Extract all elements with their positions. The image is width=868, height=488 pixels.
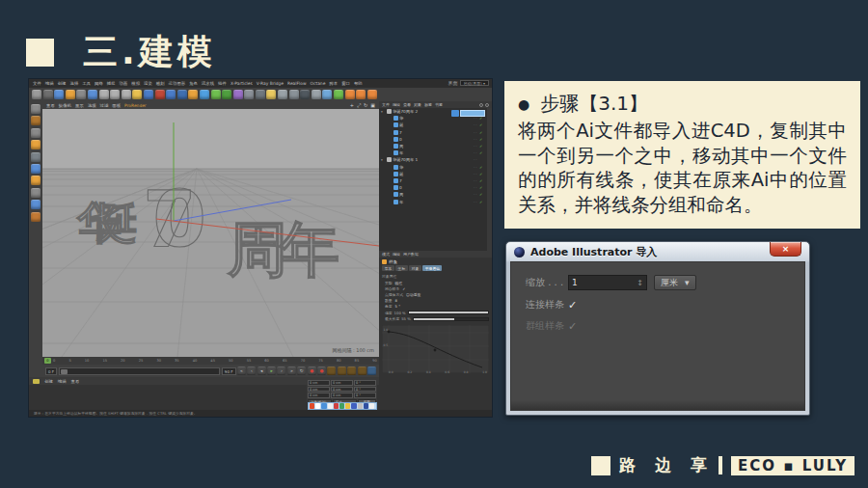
ime-icon[interactable]	[328, 403, 333, 408]
spline-object-icon[interactable]	[393, 192, 398, 197]
ime-icon[interactable]	[358, 403, 363, 408]
enable-axis-icon[interactable]	[31, 188, 41, 198]
menu-item[interactable]: V-Ray Bridge	[257, 81, 284, 86]
menu-item[interactable]: Octane	[311, 81, 326, 86]
ime-icon[interactable]	[364, 403, 368, 408]
coordinate-field[interactable]: 0 cm	[331, 393, 353, 398]
cube-primitive-icon[interactable]	[188, 90, 198, 99]
keyframe-parameter-button[interactable]	[358, 366, 366, 375]
attribute-menu-item[interactable]: 编辑	[393, 252, 400, 257]
sky-object-icon[interactable]	[278, 90, 287, 99]
last-tool-icon[interactable]	[88, 90, 97, 99]
close-button[interactable]: ×	[770, 242, 801, 257]
undo-icon[interactable]	[32, 90, 41, 99]
edges-mode-icon[interactable]	[31, 164, 41, 174]
frame-end-field[interactable]: 90 F	[222, 367, 236, 375]
object-name[interactable]: 年	[399, 150, 472, 155]
menu-item[interactable]: RealFlow	[287, 81, 307, 86]
workplane-icon[interactable]	[31, 140, 41, 149]
spline-pen-icon[interactable]	[200, 90, 209, 99]
camera-object-icon[interactable]	[256, 90, 265, 99]
wireframe-text-left[interactable]: 华诞	[76, 197, 137, 249]
visibility-toggle-icon[interactable]: ··	[474, 185, 478, 190]
enable-check-icon[interactable]: ✓	[479, 178, 487, 183]
loop-button[interactable]: ↻	[297, 366, 306, 375]
unit-dropdown[interactable]: 厘米 ▾	[654, 275, 696, 290]
visibility-toggle-icon[interactable]: ··	[474, 157, 478, 162]
menu-item[interactable]: 雕刻	[156, 81, 165, 86]
object-name[interactable]: 0	[399, 137, 472, 142]
layout-dropdown[interactable]: 启动(界面) ▾	[460, 80, 489, 86]
keyframe-rotation-button[interactable]	[347, 366, 356, 375]
ime-icon[interactable]	[369, 403, 374, 408]
falloff-curve-graph[interactable]: 1.0 0.5 0.00.20.40.60.81.0	[382, 325, 489, 374]
coordinate-field[interactable]: 0 °	[354, 387, 376, 393]
menu-item[interactable]: 选择	[69, 81, 78, 86]
attribute-tab[interactable]: 平滑着色	[422, 265, 442, 271]
record-button[interactable]: ●	[308, 366, 316, 375]
solo-button[interactable]	[367, 366, 376, 375]
enable-check-icon[interactable]: ✓	[479, 137, 487, 142]
spline-object-icon[interactable]	[393, 200, 398, 204]
render-region-icon[interactable]	[155, 90, 165, 99]
object-name[interactable]: 周	[399, 144, 472, 149]
ime-icon[interactable]	[334, 403, 339, 408]
object-row[interactable]: 0 ·· ✓	[379, 184, 487, 191]
perspective-viewport[interactable]: 华诞 70 周年 网格间隔 : 100 cm	[42, 109, 379, 357]
scale-input[interactable]: 1 ↕	[568, 275, 647, 290]
viewport-menu-item[interactable]: 查看	[46, 103, 55, 108]
coordinate-system-icon[interactable]	[132, 90, 142, 99]
object-name[interactable]: 华	[399, 116, 472, 121]
visibility-toggle-icon[interactable]: ··	[474, 116, 478, 121]
menu-item[interactable]: 脚本	[329, 81, 338, 86]
menu-item[interactable]: 角色	[189, 81, 198, 86]
attribute-tab[interactable]: 坐标	[395, 265, 408, 271]
visibility-toggle-icon[interactable]: ··	[474, 172, 478, 176]
menu-item[interactable]: 帮助	[354, 81, 363, 86]
object-name[interactable]: 华	[399, 165, 472, 170]
object-name[interactable]: 0	[399, 185, 472, 190]
object-row[interactable]: 诞 ·· ✓	[379, 171, 487, 177]
model-mode-icon[interactable]	[31, 116, 41, 125]
menu-item[interactable]: 捕捉	[107, 81, 116, 86]
viewport-solo-icon[interactable]	[31, 200, 41, 209]
menu-item[interactable]: 渲染	[144, 81, 152, 86]
object-name[interactable]: 华诞70周年 1	[393, 157, 472, 162]
material-menu-item[interactable]: 创建	[44, 379, 53, 384]
attribute-tab[interactable]: 基本	[382, 265, 394, 271]
menu-item[interactable]: X-Particles	[231, 81, 253, 86]
object-name[interactable]: 7	[399, 178, 472, 183]
spline-object-icon[interactable]	[393, 137, 398, 142]
polygons-mode-icon[interactable]	[31, 176, 41, 185]
mograph-icon[interactable]	[334, 90, 343, 99]
menu-item[interactable]: 工具	[82, 81, 91, 86]
viewport-renderer-label[interactable]: ProRender	[124, 103, 147, 108]
play-button[interactable]: ▸	[267, 366, 276, 375]
enable-check-icon[interactable]: ✓	[479, 185, 487, 190]
object-name[interactable]: 年	[399, 200, 472, 204]
pan-view-icon[interactable]: +	[350, 102, 354, 109]
ime-icon[interactable]	[315, 403, 320, 408]
object-row[interactable]: 7 ·· ✓	[379, 177, 487, 184]
layout-selector[interactable]: 界面 启动(界面) ▾	[448, 80, 489, 86]
connect-splines-checkbox[interactable]: ✓	[568, 299, 577, 312]
object-row[interactable]: 0 ·· ✓	[379, 136, 487, 143]
floor-object-icon[interactable]	[244, 90, 254, 99]
visibility-toggle-icon[interactable]: ··	[474, 137, 478, 142]
wireframe-text-mid[interactable]: 70	[143, 175, 206, 264]
menu-item[interactable]: 插件	[218, 81, 227, 86]
object-row[interactable]: 周 ·· ✓	[379, 143, 487, 149]
ime-icon[interactable]	[321, 403, 326, 408]
physical-sky-icon[interactable]	[300, 90, 310, 99]
viewport-menu-item[interactable]: 过滤	[100, 103, 109, 108]
visibility-toggle-icon[interactable]: ··	[474, 150, 478, 155]
enable-check-icon[interactable]: ✓	[479, 122, 487, 127]
spline-object-icon[interactable]	[393, 144, 398, 149]
search-icon[interactable]	[479, 103, 483, 107]
object-row[interactable]: 诞 ·· ✓	[379, 122, 487, 128]
y-axis-lock-icon[interactable]	[110, 90, 120, 99]
material-menu-item[interactable]: 查看	[71, 379, 80, 384]
ime-icon[interactable]	[345, 403, 350, 408]
coordinate-field[interactable]: 0 °	[354, 380, 376, 386]
spline-object-icon[interactable]	[393, 172, 398, 176]
